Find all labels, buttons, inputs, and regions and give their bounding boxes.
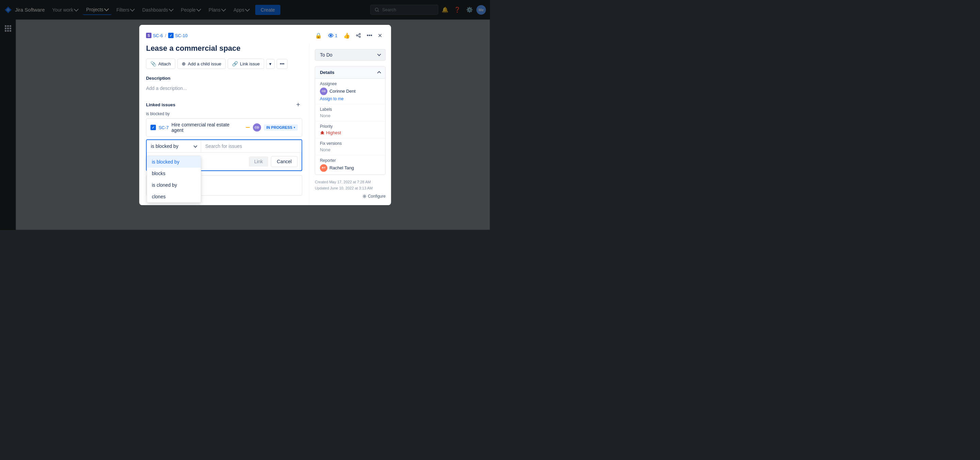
issue-title: Lease a commercial space bbox=[146, 44, 302, 53]
labels-row: Labels None bbox=[315, 104, 385, 121]
status-button[interactable]: To Do bbox=[315, 49, 385, 61]
chevron-up-icon bbox=[377, 71, 381, 75]
gear-icon bbox=[363, 194, 366, 198]
more-toolbar-button[interactable]: ▾ bbox=[266, 59, 275, 69]
link-button[interactable]: Link bbox=[249, 157, 269, 167]
priority-value: Highest bbox=[320, 130, 380, 135]
extra-options-button[interactable]: ••• bbox=[277, 59, 288, 69]
description-label: Description bbox=[146, 76, 302, 81]
linked-issues-title: Linked issues bbox=[146, 102, 175, 107]
svg-point-3 bbox=[356, 35, 358, 36]
priority-highest-icon bbox=[320, 130, 325, 135]
svg-point-1 bbox=[330, 34, 332, 37]
modal-header: S SC-6 / ✓ SC-10 🔒 1 👍 bbox=[139, 25, 391, 44]
story-icon: S bbox=[146, 33, 151, 38]
linked-issue-key[interactable]: SC-7 bbox=[159, 125, 169, 130]
more-options-button[interactable]: ••• bbox=[364, 30, 374, 40]
breadcrumb-current[interactable]: ✓ SC-10 bbox=[168, 33, 188, 38]
details-title: Details bbox=[320, 70, 334, 75]
priority-icon bbox=[245, 125, 250, 130]
dropdown-item-is-cloned-by[interactable]: is cloned by bbox=[147, 179, 201, 191]
breadcrumb: S SC-6 / ✓ SC-10 bbox=[146, 33, 188, 38]
lock-button[interactable]: 🔒 bbox=[313, 30, 324, 41]
close-button[interactable]: ✕ bbox=[375, 30, 384, 41]
eye-icon bbox=[328, 33, 334, 38]
svg-point-6 bbox=[364, 196, 365, 197]
reporter-value: RT Rachel Tang bbox=[320, 164, 380, 172]
paperclip-icon: 📎 bbox=[150, 61, 156, 66]
fix-versions-row: Fix versions None bbox=[315, 138, 385, 155]
watch-button[interactable]: 1 bbox=[325, 31, 340, 40]
created-timestamp: Created May 17, 2022 at 7:28 AM bbox=[315, 179, 385, 185]
reporter-avatar: RT bbox=[320, 164, 327, 172]
reporter-label: Reporter bbox=[320, 158, 380, 163]
breadcrumb-parent[interactable]: S SC-6 bbox=[146, 33, 163, 38]
description-placeholder[interactable]: Add a description... bbox=[146, 83, 302, 94]
thumbs-up-button[interactable]: 👍 bbox=[341, 30, 352, 41]
priority-row: Priority Highest bbox=[315, 121, 385, 138]
link-type-row: is blocked by bbox=[147, 140, 301, 153]
fix-versions-label: Fix versions bbox=[320, 141, 380, 146]
priority-label: Priority bbox=[320, 124, 380, 129]
reporter-row: Reporter RT Rachel Tang bbox=[315, 155, 385, 174]
link-type-select[interactable]: is blocked by bbox=[147, 140, 201, 152]
is-blocked-by-label: is blocked by bbox=[146, 112, 302, 116]
assignee-value: CD Corinne Dent bbox=[320, 88, 380, 95]
labels-value: None bbox=[320, 113, 380, 118]
configure-link[interactable]: Configure bbox=[363, 193, 385, 200]
updated-timestamp: Updated June 10, 2022 at 3:13 AM bbox=[315, 185, 385, 192]
details-header[interactable]: Details bbox=[315, 66, 385, 79]
modal-actions: 🔒 1 👍 ••• ✕ bbox=[313, 30, 384, 41]
attach-button[interactable]: 📎 Attach bbox=[146, 59, 175, 69]
dropdown-item-clones[interactable]: clones bbox=[147, 191, 201, 203]
chevron-down-icon bbox=[194, 144, 197, 147]
modal-body: Lease a commercial space 📎 Attach ⊕ Add … bbox=[139, 44, 391, 206]
svg-point-2 bbox=[359, 34, 360, 35]
linked-issues-header: Linked issues + bbox=[146, 101, 302, 109]
details-section: Details Assignee CD Corinne Dent Assign … bbox=[315, 66, 385, 175]
assignee-avatar: CD bbox=[320, 88, 327, 95]
labels-label: Labels bbox=[320, 107, 380, 112]
chevron-down-icon bbox=[377, 52, 381, 56]
link-icon: 🔗 bbox=[232, 61, 238, 66]
dropdown-item-blocks[interactable]: blocks bbox=[147, 168, 201, 179]
task-type-icon: ✓ bbox=[150, 125, 156, 130]
add-child-issue-button[interactable]: ⊕ Add a child issue bbox=[177, 59, 226, 69]
linked-issue-assignee-avatar: CD bbox=[253, 123, 261, 131]
search-issues-input[interactable] bbox=[201, 140, 301, 152]
linked-issue-status[interactable]: IN PROGRESS ▾ bbox=[264, 125, 298, 131]
priority-medium-icon bbox=[245, 125, 250, 130]
link-issue-button[interactable]: 🔗 Link issue bbox=[228, 59, 264, 69]
toolbar: 📎 Attach ⊕ Add a child issue 🔗 Link issu… bbox=[146, 59, 302, 69]
link-type-dropdown: is blocked by blocks is cloned by clones bbox=[147, 156, 201, 203]
linked-issue-title: Hire commercial real estate agent bbox=[172, 122, 243, 133]
modal-left-panel: Lease a commercial space 📎 Attach ⊕ Add … bbox=[139, 44, 309, 206]
assign-to-me-link[interactable]: Assign to me bbox=[320, 96, 380, 101]
add-link-button[interactable]: + bbox=[294, 101, 302, 109]
share-icon bbox=[356, 33, 361, 38]
modal-right-panel: To Do Details Assignee CD Corinne Dent A… bbox=[309, 44, 391, 206]
breadcrumb-separator: / bbox=[165, 33, 166, 38]
chevron-down-icon: ▾ bbox=[294, 126, 295, 129]
svg-rect-5 bbox=[246, 127, 250, 128]
timestamps: Created May 17, 2022 at 7:28 AM Updated … bbox=[315, 175, 385, 192]
fix-versions-value: None bbox=[320, 147, 380, 152]
svg-point-4 bbox=[359, 36, 360, 37]
assignee-row: Assignee CD Corinne Dent Assign to me bbox=[315, 79, 385, 104]
child-issue-icon: ⊕ bbox=[182, 61, 186, 66]
task-icon: ✓ bbox=[168, 33, 173, 38]
linked-issue-row: ✓ SC-7 Hire commercial real estate agent… bbox=[146, 118, 302, 137]
dropdown-item-is-blocked-by[interactable]: is blocked by bbox=[147, 156, 201, 168]
share-button[interactable] bbox=[353, 31, 363, 40]
assignee-label: Assignee bbox=[320, 81, 380, 86]
link-issue-form: is blocked by is blocked by blocks is cl… bbox=[146, 139, 302, 171]
issue-modal: S SC-6 / ✓ SC-10 🔒 1 👍 bbox=[139, 25, 391, 206]
cancel-button[interactable]: Cancel bbox=[271, 156, 298, 167]
